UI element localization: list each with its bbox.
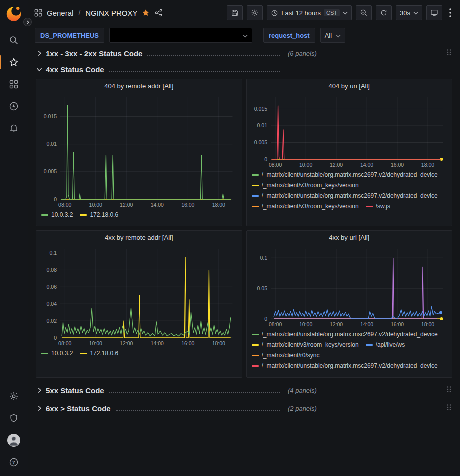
chart-legend: /_matrix/client/unstable/org.matrix.msc2… — [247, 329, 452, 370]
svg-text:0.02: 0.02 — [47, 318, 57, 324]
search-icon — [9, 35, 19, 45]
svg-text:08:00: 08:00 — [269, 321, 282, 327]
svg-text:0.1: 0.1 — [260, 255, 267, 261]
sidebar-item-dashboards[interactable] — [0, 73, 28, 95]
row-drag-handle[interactable] — [445, 385, 452, 396]
row-drag-handle[interactable] — [445, 48, 452, 59]
favorite-star-icon[interactable] — [141, 8, 150, 17]
svg-text:0.015: 0.015 — [254, 106, 267, 112]
datasource-value-dropdown[interactable] — [109, 28, 252, 43]
legend-item[interactable]: /_matrix/client/r0/sync — [252, 351, 320, 359]
svg-text:08:00: 08:00 — [58, 340, 71, 346]
request-host-dropdown[interactable]: All — [320, 28, 345, 43]
svg-text:12:00: 12:00 — [120, 340, 133, 346]
person-icon — [7, 434, 20, 447]
row-header-4xx[interactable]: 4xx Status Code — [36, 63, 452, 76]
refresh-icon — [380, 9, 388, 17]
legend-item[interactable]: 10.0.3.2 — [41, 211, 73, 219]
legend-item[interactable]: /_matrix/client/v3/room_keys/version — [252, 181, 359, 189]
chart-legend: /_matrix/client/unstable/org.matrix.msc2… — [247, 169, 452, 210]
legend-color-marker — [252, 206, 259, 207]
svg-text:0.01: 0.01 — [257, 122, 267, 128]
legend-color-marker — [252, 355, 259, 356]
refresh-button[interactable] — [376, 5, 392, 20]
variable-label-ds-prometheus[interactable]: DS_PROMETHEUS — [35, 28, 104, 43]
panel-title[interactable]: 404 by uri [All] — [247, 79, 452, 93]
svg-text:16:00: 16:00 — [181, 202, 194, 208]
legend-item[interactable]: 10.0.3.2 — [41, 349, 73, 357]
row-drag-handle[interactable] — [445, 403, 452, 414]
dotted-leader — [116, 410, 280, 411]
variable-label-request-host[interactable]: request_host — [263, 28, 315, 43]
legend-item[interactable]: /api/live/ws — [366, 341, 405, 349]
legend-item[interactable]: /_matrix/client/unstable/org.matrix.msc2… — [252, 171, 438, 179]
legend-label: 10.0.3.2 — [51, 350, 73, 357]
chevron-down-icon — [243, 32, 248, 39]
row-panel-count: (2 panels) — [288, 405, 317, 412]
legend-label: /api/live/ws — [376, 341, 405, 348]
save-dashboard-button[interactable] — [227, 5, 243, 20]
row-header-6xx[interactable]: 6xx > Status Code (2 panels) — [36, 402, 452, 415]
chevron-down-icon — [336, 32, 341, 39]
legend-color-marker — [252, 195, 259, 197]
panel-title[interactable]: 4xx by remote addr [All] — [36, 231, 242, 245]
panel-title[interactable]: 404 by remote addr [All] — [36, 79, 242, 93]
gear-icon — [251, 9, 259, 17]
breadcrumb-section[interactable]: General — [47, 9, 73, 17]
zoom-out-button[interactable] — [356, 5, 372, 20]
sidebar-item-alerting[interactable] — [0, 117, 28, 139]
refresh-interval-dropdown[interactable]: 30s — [396, 5, 422, 20]
legend-item[interactable]: /_matrix/client/unstable/org.matrix.msc2… — [252, 192, 438, 200]
sidebar-item-server-admin[interactable] — [0, 407, 28, 429]
sidebar: ? — [0, 0, 28, 476]
monitor-icon — [430, 9, 438, 17]
svg-text:18:00: 18:00 — [212, 202, 225, 208]
timeseries-chart[interactable]: 08:0010:0012:0014:0016:0018:0000.050.1 — [250, 245, 449, 329]
legend-item[interactable]: /_matrix/client/unstable/org.matrix.msc2… — [252, 330, 438, 338]
breadcrumb-separator: / — [78, 9, 80, 17]
svg-text:10:00: 10:00 — [299, 321, 312, 327]
kebab-menu-icon — [449, 8, 451, 17]
row-title: 4xx Status Code — [46, 65, 104, 74]
more-options-button[interactable] — [446, 5, 454, 20]
legend-item[interactable]: 172.18.0.6 — [80, 349, 118, 357]
bell-icon — [9, 123, 19, 133]
sidebar-item-search[interactable] — [0, 29, 28, 51]
svg-text:10:00: 10:00 — [89, 202, 102, 208]
legend-item[interactable]: /sw.js — [366, 202, 390, 210]
legend-item[interactable]: /_matrix/client/v3/room_keys/version — [252, 202, 359, 210]
legend-item[interactable]: /_matrix/client/unstable/org.matrix.msc2… — [252, 362, 438, 370]
apps-icon — [34, 8, 43, 17]
legend-label: /_matrix/client/v3/room_keys/version — [262, 182, 359, 189]
svg-text:0.04: 0.04 — [47, 301, 57, 307]
timeseries-chart[interactable]: 08:0010:0012:0014:0016:0018:0000.020.040… — [39, 245, 239, 348]
row-header-5xx[interactable]: 5xx Status Code (4 panels) — [36, 384, 452, 397]
dashboard-settings-button[interactable] — [247, 5, 263, 20]
timeseries-chart[interactable]: 08:0010:0012:0014:0016:0018:0000.0050.01… — [250, 93, 449, 169]
sidebar-item-settings[interactable] — [0, 385, 28, 407]
sidebar-item-profile[interactable] — [0, 429, 28, 451]
svg-text:?: ? — [12, 460, 15, 465]
sidebar-expand-button[interactable] — [23, 18, 32, 26]
grafana-logo[interactable] — [5, 4, 23, 22]
timeseries-chart[interactable]: 08:0010:0012:0014:0016:0018:0000.0050.01… — [39, 93, 239, 209]
row-header-1xx-3xx-2xx[interactable]: 1xx - 3xx - 2xx Status Code (6 panels) — [36, 47, 452, 60]
legend-color-marker — [80, 353, 87, 354]
drag-dots-icon — [446, 49, 451, 56]
row-title: 5xx Status Code — [46, 386, 104, 395]
page-title[interactable]: NGINX PROXY — [85, 9, 137, 17]
legend-item[interactable]: 172.18.0.6 — [80, 211, 118, 219]
panel-grid: 404 by remote addr [All] 08:0010:0012:00… — [36, 79, 452, 378]
svg-text:14:00: 14:00 — [360, 162, 373, 168]
sidebar-item-help[interactable]: ? — [0, 451, 28, 473]
time-range-picker[interactable]: Last 12 hours CST — [267, 5, 352, 20]
sidebar-item-explore[interactable] — [0, 95, 28, 117]
share-icon[interactable] — [154, 8, 163, 17]
svg-text:0.01: 0.01 — [47, 141, 57, 147]
panel-title[interactable]: 4xx by uri [All] — [247, 231, 452, 245]
sidebar-item-starred[interactable] — [0, 51, 28, 73]
tv-mode-button[interactable] — [426, 5, 442, 20]
legend-item[interactable]: /_matrix/client/v3/room_keys/version — [252, 341, 359, 349]
legend-color-marker — [366, 344, 373, 346]
chevron-down-icon — [413, 11, 418, 15]
